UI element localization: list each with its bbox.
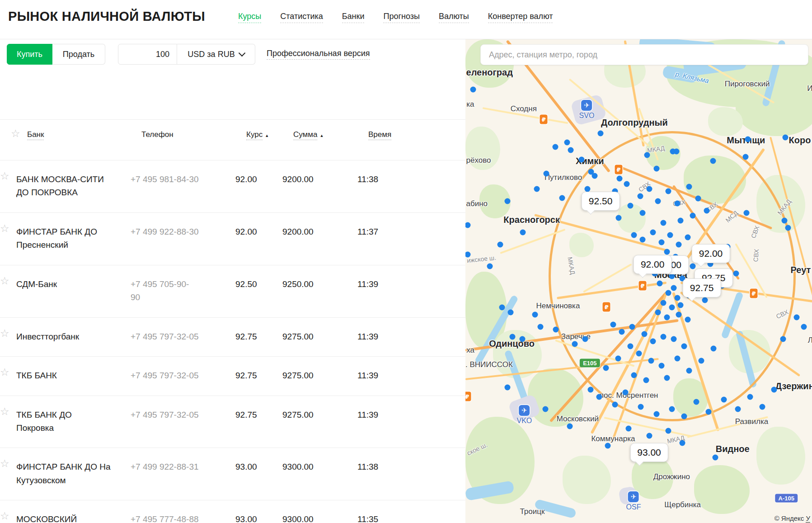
bank-marker-dot[interactable]	[801, 324, 807, 330]
table-row[interactable]: ☆ФИНСТАР БАНК ДО На Кутузовском+7 499 92…	[0, 448, 465, 500]
bank-marker-dot[interactable]	[669, 305, 675, 311]
star-icon[interactable]: ☆	[0, 171, 16, 199]
bank-marker-dot[interactable]	[745, 136, 751, 142]
bank-marker-dot[interactable]	[648, 358, 654, 364]
bank-marker-dot[interactable]	[657, 280, 663, 286]
bank-marker-dot[interactable]	[686, 368, 692, 373]
currency-select[interactable]: USD за RUB	[177, 44, 255, 65]
bank-marker-dot[interactable]	[615, 355, 621, 361]
bank-marker-dot[interactable]	[759, 404, 765, 410]
bank-marker-dot[interactable]	[508, 310, 514, 316]
bank-marker-dot[interactable]	[735, 406, 741, 412]
bank-marker-dot[interactable]	[671, 336, 676, 342]
star-icon[interactable]: ☆	[0, 328, 16, 343]
bank-marker-dot[interactable]	[568, 147, 574, 153]
bank-marker-dot[interactable]	[544, 170, 549, 176]
bank-marker-dot[interactable]	[681, 414, 687, 419]
bank-marker-dot[interactable]	[629, 324, 635, 330]
bank-marker-dot[interactable]	[678, 302, 684, 308]
nav-item-5[interactable]: Валюты	[439, 12, 469, 23]
buy-button[interactable]: Купить	[7, 44, 52, 65]
bank-marker-dot[interactable]	[674, 149, 680, 155]
bank-marker-dot[interactable]	[690, 264, 696, 269]
bank-marker-dot[interactable]	[534, 186, 540, 192]
bank-marker-dot[interactable]	[647, 433, 652, 439]
bank-marker-dot[interactable]	[650, 230, 656, 236]
bank-marker-dot[interactable]	[666, 188, 671, 194]
pro-version-link[interactable]: Профессиональная версия	[267, 49, 370, 60]
nav-item-6[interactable]: Конвертер валют	[488, 12, 553, 23]
bank-marker-dot[interactable]	[616, 215, 622, 221]
bank-marker-dot[interactable]	[598, 130, 604, 136]
bank-marker-dot[interactable]	[655, 198, 661, 204]
bank-marker-dot[interactable]	[631, 372, 637, 378]
rate-bubble[interactable]: 92.75	[683, 278, 721, 297]
bank-marker-dot[interactable]	[638, 404, 644, 410]
bank-marker-dot[interactable]	[664, 375, 670, 381]
bank-marker-dot[interactable]	[653, 411, 659, 417]
bank-marker-dot[interactable]	[564, 140, 570, 146]
bank-marker-dot[interactable]	[693, 399, 699, 405]
bank-marker-dot[interactable]	[603, 365, 609, 371]
nav-item-3[interactable]: Банки	[342, 12, 365, 23]
table-row[interactable]: ☆ТКБ БАНК+7 495 797-32-0592.759275.0011:…	[0, 356, 465, 395]
star-icon[interactable]: ☆	[0, 223, 16, 252]
bank-marker-dot[interactable]	[470, 87, 476, 93]
bank-marker-dot[interactable]	[592, 173, 598, 179]
nav-item-1[interactable]: Курсы	[238, 12, 261, 23]
column-rate[interactable]: Курс▲	[246, 130, 293, 139]
bank-marker-dot[interactable]	[678, 217, 684, 223]
bank-marker-dot[interactable]	[596, 394, 602, 400]
rate-bubble[interactable]: 92.00	[692, 244, 730, 263]
bank-marker-dot[interactable]	[605, 443, 611, 448]
bank-marker-dot[interactable]	[519, 336, 525, 342]
bank-marker-dot[interactable]	[699, 358, 704, 364]
bank-marker-dot[interactable]	[643, 377, 649, 383]
table-row[interactable]: ☆СДМ-Банк+7 495 705-90- 9092.509250.0011…	[0, 265, 465, 317]
bank-marker-dot[interactable]	[674, 201, 680, 207]
bank-marker-dot[interactable]	[504, 198, 510, 204]
bank-marker-dot[interactable]	[782, 217, 788, 223]
bank-marker-dot[interactable]	[504, 385, 510, 391]
map[interactable]: © Яндекс У еленоградкаСходняПироговскийр…	[465, 39, 812, 523]
bank-marker-dot[interactable]	[674, 295, 680, 301]
column-time[interactable]: Время	[368, 130, 465, 139]
bank-marker-dot[interactable]	[660, 334, 666, 339]
bank-marker-dot[interactable]	[624, 181, 630, 187]
bank-marker-dot[interactable]	[685, 235, 690, 240]
bank-marker-dot[interactable]	[705, 409, 711, 415]
bank-marker-dot[interactable]	[655, 310, 661, 316]
table-row[interactable]: ☆Инвестторгбанк+7 495 797-32-0592.759275…	[0, 317, 465, 356]
bank-marker-dot[interactable]	[713, 455, 718, 461]
bank-marker-dot[interactable]	[553, 326, 559, 332]
star-icon[interactable]: ☆	[0, 458, 16, 487]
bank-marker-dot[interactable]	[572, 341, 578, 347]
bank-marker-dot[interactable]	[782, 135, 788, 141]
bank-marker-dot[interactable]	[674, 355, 680, 361]
bank-marker-dot[interactable]	[676, 242, 682, 248]
bank-marker-dot[interactable]	[702, 297, 708, 303]
bank-marker-dot[interactable]	[685, 317, 690, 323]
bank-marker-dot[interactable]	[659, 239, 665, 245]
bank-marker-dot[interactable]	[785, 225, 791, 231]
bank-marker-dot[interactable]	[667, 232, 673, 238]
bank-marker-dot[interactable]	[659, 363, 665, 368]
bank-marker-dot[interactable]	[680, 440, 685, 446]
bank-marker-dot[interactable]	[666, 290, 671, 296]
bank-marker-dot[interactable]	[711, 346, 717, 352]
rate-bubble[interactable]: 92.50	[582, 192, 620, 211]
sell-button[interactable]: Продать	[52, 44, 105, 65]
bank-marker-dot[interactable]	[487, 264, 493, 269]
amount-input[interactable]	[118, 44, 177, 65]
bank-marker-dot[interactable]	[690, 212, 696, 218]
bank-marker-dot[interactable]	[584, 186, 590, 192]
bank-marker-dot[interactable]	[610, 321, 616, 327]
star-icon[interactable]: ☆	[0, 276, 16, 304]
table-row[interactable]: ☆МОСКОВСКИЙ КРЕДИТНЫЙ БАНК Отделение Южн…	[0, 500, 465, 523]
bank-marker-dot[interactable]	[567, 423, 573, 429]
bank-marker-dot[interactable]	[671, 285, 676, 291]
bank-marker-dot[interactable]	[660, 220, 666, 226]
bank-marker-dot[interactable]	[626, 426, 632, 432]
rate-bubble[interactable]: 93.00	[630, 443, 668, 462]
rate-bubble[interactable]: 92.00	[634, 255, 672, 274]
